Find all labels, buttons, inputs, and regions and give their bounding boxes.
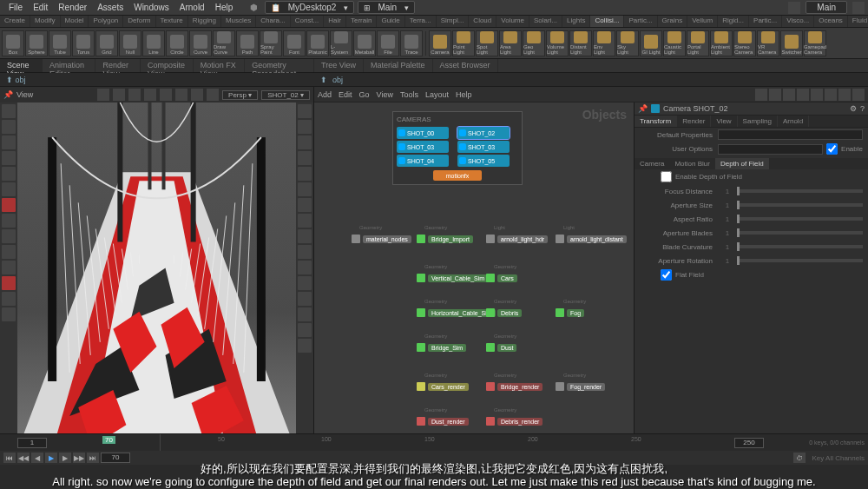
param-tab[interactable]: Arnold — [778, 116, 809, 127]
timeline[interactable]: 1 70 50100150200250 250 0 keys, 0/0 chan… — [0, 433, 868, 451]
network-node[interactable]: Bridge_renderGeometry — [483, 380, 546, 393]
shelf-icon[interactable]: Area Light — [499, 30, 522, 56]
right-main[interactable]: Main — [806, 1, 847, 14]
shelf-tab[interactable]: Guide — [377, 16, 404, 27]
param-slider[interactable] — [737, 203, 863, 207]
camera-node[interactable]: SHOT_03 — [457, 141, 510, 153]
shelf-tab[interactable]: Oceans — [814, 16, 848, 27]
net-icon[interactable] — [797, 89, 809, 101]
shelf-icon[interactable]: Font — [283, 30, 306, 56]
menu-windows[interactable]: Windows — [128, 3, 174, 12]
network-view[interactable]: Objects CAMERAS SHOT_00 SHOT_02 SHOT_03 … — [314, 102, 634, 452]
shelf-icon[interactable]: Metaball — [353, 30, 376, 56]
shelf-tab[interactable]: Visco... — [782, 16, 814, 27]
camera-select[interactable]: SHOT_02 ▾ — [261, 90, 310, 100]
tool-icon[interactable] — [2, 167, 16, 181]
param-tab[interactable]: Sampling — [738, 116, 778, 127]
shelf-icon[interactable]: Env Light — [593, 30, 615, 56]
display-icon[interactable] — [298, 323, 312, 337]
net-menu-item[interactable]: Edit — [339, 90, 352, 99]
dof-enable-checkbox[interactable] — [661, 171, 672, 182]
shelf-icon[interactable]: Platonic — [306, 30, 329, 56]
vp-tool-icon[interactable] — [207, 89, 219, 101]
shelf-tab[interactable]: Grains — [658, 16, 688, 27]
camera-node[interactable]: SHOT_04 — [397, 155, 449, 167]
network-node[interactable]: DebrisGeometry — [483, 307, 525, 319]
shelf-icon[interactable]: Portal Light — [687, 30, 709, 56]
param-slider[interactable] — [737, 245, 863, 248]
network-node[interactable]: FogGeometry — [553, 307, 588, 319]
net-menu-item[interactable]: Help — [456, 90, 472, 99]
param-tab[interactable]: View — [711, 116, 737, 127]
gear-icon[interactable]: ⚙ — [850, 104, 857, 113]
display-icon[interactable] — [298, 214, 312, 228]
help-icon[interactable]: ? — [860, 104, 865, 113]
menu-file[interactable]: File — [3, 3, 28, 12]
camera-node[interactable]: SHOT_05 — [457, 155, 510, 167]
tool-icon[interactable] — [2, 245, 16, 259]
vp-tool-icon[interactable] — [191, 89, 203, 101]
network-node[interactable]: arnold_light_hdrLight — [483, 233, 551, 245]
motionfx-node[interactable]: motionfx — [433, 170, 482, 181]
shelf-tab[interactable]: Chara... — [256, 16, 290, 27]
shelf-icon[interactable]: Geo Light — [523, 30, 545, 56]
net-menu-item[interactable]: Go — [359, 90, 370, 99]
net-menu-item[interactable]: Add — [318, 90, 332, 99]
display-icon[interactable] — [298, 198, 312, 212]
vp-tool-icon[interactable] — [160, 89, 172, 101]
shelf-icon[interactable]: Ambient Light — [710, 30, 733, 56]
shelf-tab[interactable]: Partic... — [624, 16, 657, 27]
shelf-icon[interactable]: Trace — [400, 30, 423, 56]
pane-tab[interactable]: Motion FX View — [194, 59, 245, 72]
shelf-icon[interactable]: Gamepad Camera — [804, 30, 826, 56]
display-icon[interactable] — [298, 120, 312, 134]
shelf-tab[interactable]: Vellum — [687, 16, 718, 27]
shelf-tab[interactable]: Model — [61, 16, 89, 27]
param-subtab[interactable]: Camera — [635, 158, 669, 169]
shelf-tab[interactable]: Create — [0, 16, 30, 27]
menu-arnold[interactable]: Arnold — [174, 3, 210, 12]
display-icon[interactable] — [298, 229, 312, 243]
network-node[interactable]: Fog_renderGeometry — [553, 380, 608, 393]
menu-render[interactable]: Render — [53, 3, 92, 12]
net-menu-item[interactable]: Layout — [425, 90, 449, 99]
move-tool-icon[interactable] — [2, 120, 16, 134]
shelf-tab[interactable]: Deform — [123, 16, 155, 27]
net-menu-item[interactable]: Tools — [400, 90, 418, 99]
user-options-field[interactable] — [718, 144, 823, 155]
shelf-icon[interactable]: L-System — [330, 30, 352, 56]
pane-tab[interactable]: Geometry Spreadsheet — [245, 59, 314, 72]
shelf-tab[interactable]: Cloud — [469, 16, 496, 27]
tool-icon[interactable] — [2, 261, 16, 274]
shelf-icon[interactable]: Box — [2, 30, 24, 56]
network-node[interactable]: Bridge_SimGeometry — [414, 341, 470, 354]
shelf-tab[interactable]: Lights — [562, 16, 590, 27]
pin-icon[interactable]: 📌 — [638, 104, 648, 113]
param-tab[interactable]: Render — [677, 116, 711, 127]
display-icon[interactable] — [298, 292, 312, 306]
network-node[interactable]: arnold_light_distantLight — [553, 233, 630, 245]
network-node[interactable]: material_nodesGeometry — [349, 233, 415, 245]
shelf-tab[interactable]: Polygon — [89, 16, 123, 27]
param-slider[interactable] — [737, 217, 863, 221]
shelf-icon[interactable]: Grid — [95, 30, 118, 56]
shelf-tab[interactable]: Fluid — [848, 16, 868, 27]
shelf-tab[interactable]: Muscles — [221, 16, 256, 27]
shelf-icon[interactable]: Tube — [49, 30, 71, 56]
shelf-tab[interactable]: Solari... — [529, 16, 562, 27]
shelf-icon[interactable]: Point Light — [452, 30, 475, 56]
display-icon[interactable] — [298, 104, 312, 118]
param-slider[interactable] — [737, 189, 863, 193]
shelf-tab[interactable]: Hair — [324, 16, 346, 27]
menu-help[interactable]: Help — [210, 3, 239, 12]
shelf-tab[interactable]: Terrain — [346, 16, 377, 27]
pane-tab[interactable]: Composite View — [141, 59, 194, 72]
vp-tool-icon[interactable] — [128, 89, 141, 101]
display-icon[interactable] — [298, 339, 312, 353]
default-props-field[interactable] — [718, 129, 863, 140]
snap-tool-icon[interactable] — [2, 198, 16, 212]
rotate-tool-icon[interactable] — [2, 135, 16, 149]
shelf-tab[interactable]: Modify — [30, 16, 61, 27]
net-icon[interactable] — [838, 89, 851, 101]
display-icon[interactable] — [298, 151, 312, 165]
